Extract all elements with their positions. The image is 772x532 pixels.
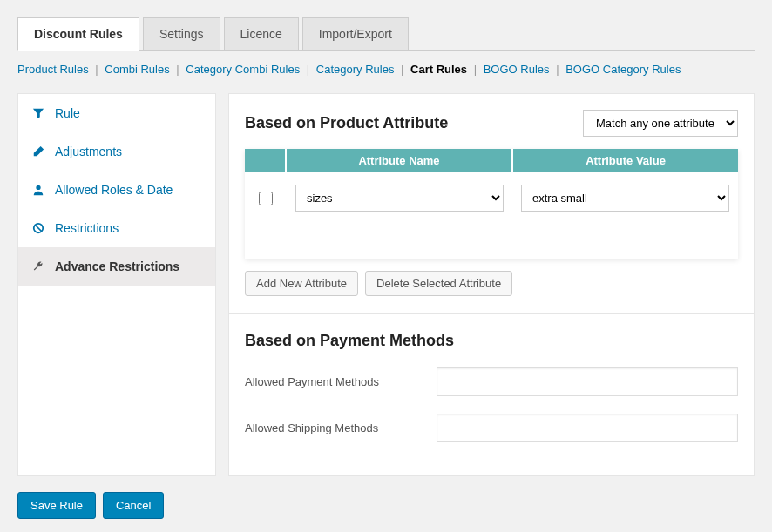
allowed-shipping-input[interactable]: [437, 414, 738, 442]
svg-point-0: [36, 185, 40, 190]
subnav-cart-rules[interactable]: Cart Rules: [410, 63, 467, 76]
subnav-combi-rules[interactable]: Combi Rules: [105, 63, 169, 76]
filter-icon: [32, 107, 44, 119]
pencil-icon: [32, 145, 44, 158]
section-divider: [229, 313, 754, 314]
allowed-shipping-label: Allowed Shipping Methods: [245, 421, 437, 434]
main-tabs: Discount Rules Settings Licence Import/E…: [17, 17, 755, 51]
payment-section-title: Based on Payment Methods: [245, 332, 738, 350]
allowed-payment-input[interactable]: [437, 367, 738, 396]
sidebar-item-label: Allowed Roles & Date: [55, 183, 173, 197]
tab-licence[interactable]: Licence: [224, 17, 299, 50]
sidebar-item-label: Adjustments: [55, 145, 122, 158]
svg-line-2: [36, 226, 42, 232]
sidebar-item-label: Restrictions: [55, 221, 119, 235]
attribute-name-select[interactable]: sizes: [295, 185, 504, 212]
subnav-bogo-rules[interactable]: BOGO Rules: [484, 63, 550, 76]
attribute-value-select[interactable]: extra small: [521, 185, 729, 212]
save-rule-button[interactable]: Save Rule: [17, 492, 96, 519]
ban-icon: [32, 222, 44, 234]
attribute-table: Attribute Name Attribute Value sizes ext…: [245, 149, 738, 259]
sidebar-item-advance-restrictions[interactable]: Advance Restrictions: [18, 247, 215, 286]
tab-import-export[interactable]: Import/Export: [302, 17, 409, 50]
attribute-row: sizes extra small: [245, 172, 738, 224]
subnav-category-rules[interactable]: Category Rules: [316, 63, 395, 76]
column-checkbox: [245, 149, 287, 172]
sidebar-item-label: Rule: [55, 106, 80, 120]
tab-settings[interactable]: Settings: [143, 17, 220, 50]
sidebar-item-adjustments[interactable]: Adjustments: [18, 132, 215, 171]
tab-discount-rules[interactable]: Discount Rules: [17, 17, 139, 51]
column-attribute-name: Attribute Name: [287, 149, 513, 172]
column-attribute-value: Attribute Value: [513, 149, 738, 172]
delete-attribute-button[interactable]: Delete Selected Attribute: [365, 271, 512, 296]
wrench-icon: [32, 260, 44, 273]
subnav-bogo-category-rules[interactable]: BOGO Category Rules: [565, 63, 681, 76]
content-panel: Based on Product Attribute Match any one…: [228, 93, 755, 476]
footer-actions: Save Rule Cancel: [17, 492, 755, 519]
match-attribute-select[interactable]: Match any one attribute: [583, 110, 738, 137]
sidebar-item-restrictions[interactable]: Restrictions: [18, 209, 215, 247]
sidebar-item-label: Advance Restrictions: [55, 259, 179, 273]
settings-sidebar: Rule Adjustments Allowed Roles & Date Re…: [17, 93, 216, 476]
row-checkbox[interactable]: [259, 192, 273, 205]
rule-type-subnav: Product Rules | Combi Rules | Category C…: [17, 63, 755, 76]
user-icon: [32, 184, 44, 196]
subnav-product-rules[interactable]: Product Rules: [17, 63, 89, 76]
sidebar-item-rule[interactable]: Rule: [18, 94, 215, 132]
sidebar-item-allowed-roles[interactable]: Allowed Roles & Date: [18, 171, 215, 209]
subnav-category-combi-rules[interactable]: Category Combi Rules: [186, 63, 300, 76]
add-attribute-button[interactable]: Add New Attribute: [245, 271, 358, 296]
attribute-section-title: Based on Product Attribute: [245, 114, 448, 132]
allowed-payment-label: Allowed Payment Methods: [245, 375, 437, 388]
cancel-button[interactable]: Cancel: [103, 492, 164, 519]
